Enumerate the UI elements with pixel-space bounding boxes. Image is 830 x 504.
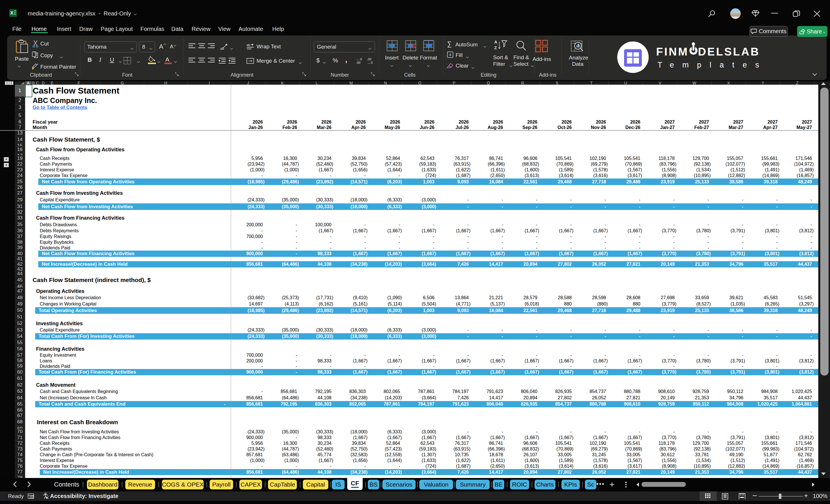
svg-text:ab: ab xyxy=(247,43,250,46)
svg-text:.00: .00 xyxy=(356,61,360,64)
svg-text:.00: .00 xyxy=(367,58,371,61)
svg-text:Z: Z xyxy=(494,45,497,50)
svg-text:←.0: ←.0 xyxy=(356,58,362,61)
svg-text:→.0: →.0 xyxy=(367,61,373,64)
svg-text:A: A xyxy=(494,39,498,44)
svg-text:ab: ab xyxy=(220,46,224,50)
